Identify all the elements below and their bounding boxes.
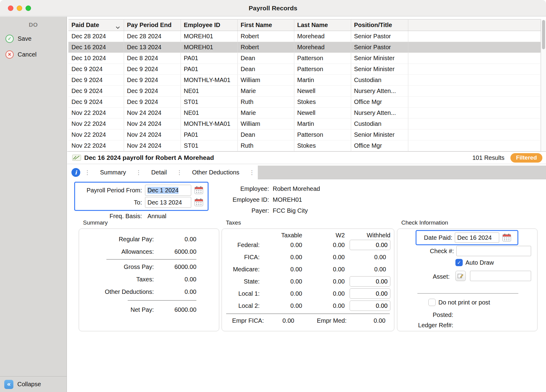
table-cell-empty	[408, 53, 541, 64]
taxes-header-spacer	[224, 232, 260, 239]
table-cell: Patterson	[294, 64, 351, 75]
table-cell: Newell	[294, 86, 351, 97]
table-cell: Dec 9 2024	[68, 97, 124, 108]
table-cell: MOREH01	[181, 42, 237, 53]
table-cell: William	[237, 119, 294, 129]
other-deductions-value: 0.00	[154, 288, 196, 295]
summary-row: Other Deductions: 0.00	[88, 286, 196, 298]
tax-row-fica: FICA: 0.00 0.00 0.00	[222, 251, 394, 263]
employee-value: Robert Morehead	[273, 185, 320, 192]
fica-taxable: 0.00	[260, 254, 302, 261]
state-withheld-input[interactable]	[350, 276, 390, 287]
table-cell: Dec 9 2024	[124, 75, 181, 86]
period-from-label: Payroll Period From:	[78, 187, 142, 194]
column-header-pay-period-end[interactable]: Pay Period End	[124, 19, 181, 31]
table-row[interactable]: Dec 9 2024Dec 9 2024ST01RuthStokesOffice…	[68, 97, 541, 108]
period-from-input[interactable]: Dec 1 2024	[145, 185, 191, 196]
medicare-withheld: 0.00	[345, 266, 390, 273]
table-row[interactable]: Dec 9 2024Dec 9 2024NE01MarieNewellNurse…	[68, 86, 541, 97]
table-row[interactable]: Dec 16 2024Dec 13 2024MOREH01RobertMoreh…	[68, 42, 541, 53]
sidebar: DO ✓ Save × Cancel « Collapse	[0, 17, 67, 392]
save-button[interactable]: ✓ Save	[0, 31, 67, 46]
asset-picker-button[interactable]	[455, 271, 466, 281]
posted-label: Posted:	[397, 311, 453, 318]
table-cell: Dec 10 2024	[68, 53, 124, 64]
table-cell-empty	[408, 42, 541, 53]
medicare-taxable: 0.00	[260, 266, 302, 273]
tab-bar: i ⋮ Summary ⋮ Detail ⋮ Other Deductions …	[67, 166, 546, 179]
table-cell-empty	[408, 97, 541, 108]
summary-row: Net Pay: 6000.00	[88, 304, 196, 316]
summary-panel-group: Summary Regular Pay: 0.00 Allowances: 60…	[79, 219, 219, 331]
column-header-first-name[interactable]: First Name	[237, 19, 294, 31]
table-cell: Custodian	[351, 119, 408, 129]
table-row[interactable]: Nov 22 2024Nov 24 2024NE01MarieNewellNur…	[68, 108, 541, 119]
period-to-row: To:	[78, 197, 205, 208]
summary-rows: Regular Pay: 0.00 Allowances: 6000.00 Gr…	[79, 229, 219, 316]
table-cell: Dec 9 2024	[68, 64, 124, 75]
taxes-label: Taxes:	[88, 276, 154, 283]
table-scrollbar[interactable]	[541, 19, 546, 151]
table-cell: Custodian	[351, 75, 408, 86]
date-paid-input[interactable]	[455, 232, 499, 243]
w2-column-header: W2	[302, 232, 345, 239]
do-not-print-checkbox[interactable]	[428, 299, 436, 306]
table-cell: Nov 24 2024	[124, 119, 181, 129]
asset-input[interactable]	[470, 271, 531, 281]
column-header-label: Paid Date	[71, 22, 99, 28]
freq-basis-row: Freq. Basis: Annual	[74, 213, 166, 220]
table-cell: Dec 9 2024	[68, 75, 124, 86]
results-count: 101 Results	[472, 154, 505, 161]
table-cell: Marie	[237, 108, 294, 119]
table-cell: Morehead	[294, 42, 351, 53]
local2-w2: 0.00	[302, 302, 345, 309]
collapse-button[interactable]: « Collapse	[0, 376, 67, 392]
table-row[interactable]: Nov 22 2024Nov 24 2024MONTHLY-MA01Willia…	[68, 119, 541, 129]
tab-detail[interactable]: Detail	[145, 166, 174, 179]
table-row[interactable]: Nov 22 2024Nov 24 2024ST01RuthStokesOffi…	[68, 140, 541, 151]
column-header-position-title[interactable]: Position/Title	[351, 19, 408, 31]
payroll-period-highlight-box: Payroll Period From: Dec 1 2024 To:	[74, 182, 209, 211]
table-cell: NE01	[181, 108, 237, 119]
payroll-record-icon	[72, 154, 81, 161]
summary-panel-title: Summary	[79, 219, 219, 229]
table-cell: Nov 24 2024	[124, 108, 181, 119]
cancel-button[interactable]: × Cancel	[0, 46, 67, 62]
table-row[interactable]: Dec 10 2024Dec 8 2024PA01DeanPattersonSe…	[68, 53, 541, 64]
table-cell-empty	[408, 119, 541, 129]
period-to-input[interactable]	[145, 197, 191, 208]
column-header-employee-id[interactable]: Employee ID	[181, 19, 237, 31]
filtered-badge[interactable]: Filtered	[510, 153, 542, 163]
local1-withheld-input[interactable]	[350, 288, 390, 299]
column-header-paid-date[interactable]: Paid Date	[68, 19, 124, 31]
period-from-row: Payroll Period From: Dec 1 2024	[78, 184, 205, 196]
local2-withheld-input[interactable]	[350, 301, 390, 311]
table-cell: MONTHLY-MA01	[181, 119, 237, 129]
table-cell: MOREH01	[181, 31, 237, 42]
info-icon[interactable]: i	[71, 168, 80, 177]
table-row[interactable]: Dec 9 2024Dec 9 2024MONTHLY-MA01WilliamM…	[68, 75, 541, 86]
local2-taxable: 0.00	[260, 302, 302, 309]
scrollbar-thumb[interactable]	[542, 20, 545, 49]
table-cell: Nursery Atten...	[351, 86, 408, 97]
tab-summary[interactable]: Summary	[93, 166, 133, 179]
taxes-panel-group: Taxes Taxable W2 Withheld Federal: 0.00 …	[222, 219, 394, 331]
check-number-input[interactable]	[456, 246, 531, 256]
table-row[interactable]: Dec 9 2024Dec 9 2024PA01DeanPattersonSen…	[68, 64, 541, 75]
table-cell: Newell	[294, 108, 351, 119]
auto-draw-checkbox[interactable]: ✓	[455, 259, 463, 266]
table-row[interactable]: Nov 22 2024Nov 24 2024PA01DeanPattersonS…	[68, 129, 541, 140]
tab-other-deductions[interactable]: Other Deductions	[185, 166, 246, 179]
federal-withheld-input[interactable]	[350, 240, 390, 250]
empr-fica-value: 0.00	[264, 317, 294, 324]
column-header-last-name[interactable]: Last Name	[294, 19, 351, 31]
table-row[interactable]: Dec 28 2024Dec 28 2024MOREH01RobertMoreh…	[68, 31, 541, 42]
table-body: Dec 28 2024Dec 28 2024MOREH01RobertMoreh…	[68, 31, 541, 151]
allowances-label: Allowances:	[88, 248, 154, 255]
column-header-empty	[408, 19, 541, 31]
tax-row-local2: Local 2: 0.00 0.00	[222, 300, 394, 312]
table-cell: Dean	[237, 129, 294, 140]
date-paid-calendar-icon[interactable]	[502, 233, 511, 242]
fica-w2: 0.00	[302, 254, 345, 261]
check-information-panel: Date Paid: Check #: ✓ Auto Draw Asset:	[397, 229, 537, 331]
